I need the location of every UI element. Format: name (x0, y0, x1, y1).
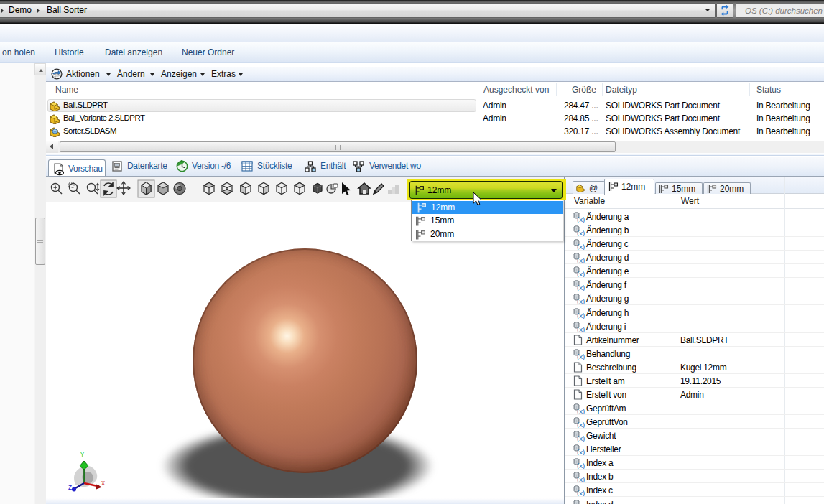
svg-text:(x): (x) (577, 475, 585, 482)
svg-text:(x): (x) (577, 229, 585, 236)
svg-text:(x): (x) (577, 270, 585, 277)
svg-text:(x): (x) (577, 325, 585, 332)
svg-text:(x): (x) (577, 243, 585, 250)
svg-text:(x): (x) (577, 215, 585, 223)
svg-text:(x): (x) (577, 448, 585, 455)
svg-text:(x): (x) (577, 284, 585, 291)
svg-text:(x): (x) (577, 489, 585, 496)
svg-text:Z: Z (68, 485, 72, 492)
svg-text:(x): (x) (577, 353, 585, 360)
svg-text:(x): (x) (577, 421, 585, 428)
svg-text:(x): (x) (577, 407, 585, 414)
svg-text:X: X (101, 480, 105, 487)
svg-text:(x): (x) (577, 312, 585, 319)
svg-text:(x): (x) (577, 256, 585, 263)
svg-text:(x): (x) (577, 462, 585, 469)
svg-text:(x): (x) (577, 434, 585, 442)
svg-text:Y: Y (80, 452, 84, 459)
svg-text:(x): (x) (577, 297, 585, 304)
